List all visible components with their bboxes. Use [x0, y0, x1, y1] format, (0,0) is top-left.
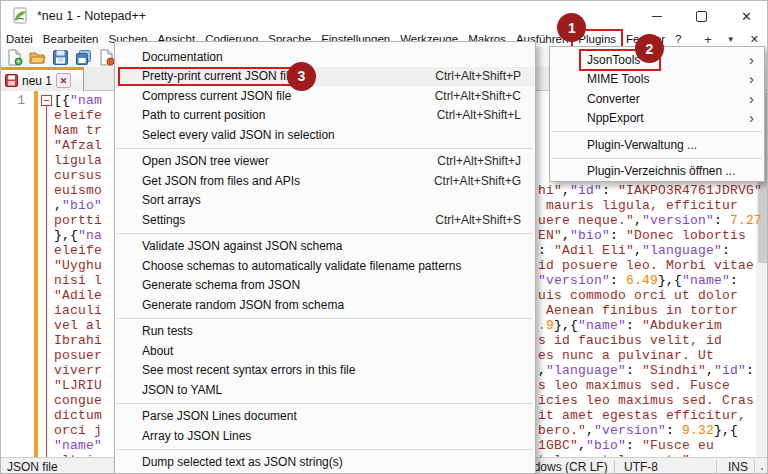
menu-separator	[117, 403, 533, 404]
editor-line: it amet egestas efficitur,	[538, 408, 746, 423]
new-file-icon[interactable]	[5, 48, 23, 66]
menubar-item-datei[interactable]: Datei	[1, 32, 38, 46]
menubar-item-bearbeiten[interactable]: Bearbeiten	[38, 32, 104, 46]
code-token: congue	[54, 393, 102, 408]
plugins-dropdown-menu: JsonTools›2MIME Tools›Converter›NppExpor…	[549, 46, 765, 182]
plugins-menu-item-plugin-verwaltung[interactable]: Plugin-Verwaltung ...	[550, 135, 764, 155]
code-token: Nam tr	[54, 123, 102, 138]
menu-separator	[117, 233, 533, 234]
close-tab-icon[interactable]: ✕	[750, 33, 759, 46]
menu-item-label: Generate random JSON from schema	[142, 298, 521, 312]
jsontools-item-settings[interactable]: SettingsCtrl+Alt+Shift+S	[115, 210, 535, 230]
editor-line: vel al	[54, 318, 102, 333]
annotation-badge-1: 1	[557, 13, 586, 42]
editor-line: orci j	[54, 423, 102, 438]
menu-item-label: Get JSON from files and APIs	[142, 174, 434, 188]
editor-line: dictum	[54, 408, 102, 423]
jsontools-item-pretty-print-current-json-file[interactable]: Pretty-print current JSON fileCtrl+Alt+S…	[115, 67, 535, 87]
plugins-menu-item-nppexport[interactable]: NppExport›	[550, 109, 764, 129]
tab-list-dropdown-icon[interactable]: ▼	[727, 35, 735, 44]
menu-item-label: Choose schemas to automatically validate…	[142, 259, 521, 273]
jsontools-item-see-most-recent-syntax-errors-in-this-file[interactable]: See most recent syntax errors in this fi…	[115, 361, 535, 381]
save-icon[interactable]	[51, 48, 69, 66]
code-token: "LJRIU	[54, 378, 102, 393]
plugins-menu-item-mime-tools[interactable]: MIME Tools›	[550, 70, 764, 90]
jsontools-item-json-to-yaml[interactable]: JSON to YAML	[115, 380, 535, 400]
jsontools-item-run-tests[interactable]: Run tests	[115, 322, 535, 342]
code-token: nisi l	[54, 273, 102, 288]
close-file-icon[interactable]	[97, 48, 115, 66]
code-token: id posuere leo. Morbi vitae	[538, 258, 754, 273]
jsontools-item-sort-arrays[interactable]: Sort arrays	[115, 191, 535, 211]
plugins-menu-item-converter[interactable]: Converter›	[550, 89, 764, 109]
editor-line: "version": 6.49},{"name":	[538, 273, 738, 288]
editor-line: viverr	[54, 363, 102, 378]
editor-line: bero.","version": 9.32},{	[538, 423, 738, 438]
code-token: "bio"	[62, 198, 102, 213]
resize-grip[interactable]	[760, 467, 766, 473]
minimize-icon[interactable]	[634, 1, 679, 31]
code-token: "version"	[538, 273, 610, 288]
menubar-item-plugins[interactable]: Plugins1	[573, 32, 621, 46]
save-all-icon[interactable]	[74, 48, 92, 66]
editor-line: iaculi	[54, 303, 102, 318]
close-icon[interactable]: ✕	[724, 1, 768, 31]
open-file-icon[interactable]	[28, 48, 46, 66]
jsontools-item-validate-json-against-json-schema[interactable]: Validate JSON against JSON schema	[115, 237, 535, 257]
code-token: Ibrahi	[54, 333, 102, 348]
jsontools-item-choose-schemas-to-automatically-validate-filename-patterns[interactable]: Choose schemas to automatically validate…	[115, 256, 535, 276]
new-tab-icon[interactable]: +	[704, 32, 712, 47]
jsontools-item-select-every-valid-json-in-selection[interactable]: Select every valid JSON in selection	[115, 125, 535, 145]
code-token: EN"	[538, 228, 562, 243]
maximize-icon[interactable]	[679, 1, 724, 31]
fold-collapse-icon[interactable]	[41, 95, 52, 106]
code-token: 7.27	[730, 213, 762, 228]
tab-neu-1[interactable]: neu 1 ✕	[1, 67, 84, 91]
editor-line: : "Adil Eli","language":	[538, 243, 730, 258]
plugins-menu-item-jsontools[interactable]: JsonTools›2	[550, 50, 764, 70]
menubar-item-?[interactable]: ?	[670, 32, 686, 46]
menu-separator	[117, 318, 533, 319]
code-token: hi"	[538, 183, 562, 198]
code-token: :	[722, 243, 730, 258]
jsontools-item-generate-schema-from-json[interactable]: Generate schema from JSON	[115, 276, 535, 296]
menu-item-label: Dump selected text as JSON string(s)	[142, 455, 521, 469]
jsontools-item-parse-json-lines-document[interactable]: Parse JSON Lines document	[115, 407, 535, 427]
jsontools-item-array-to-json-lines[interactable]: Array to JSON Lines	[115, 426, 535, 446]
menu-item-shortcut: Ctrl+Alt+Shift+G	[434, 174, 521, 188]
code-token: eleife	[54, 108, 102, 123]
code-token: },{	[54, 228, 78, 243]
jsontools-item-compress-current-json-file[interactable]: Compress current JSON fileCtrl+Alt+Shift…	[115, 86, 535, 106]
jsontools-item-path-to-current-position[interactable]: Path to current positionCtrl+Alt+Shift+L	[115, 106, 535, 126]
jsontools-item-get-json-from-files-and-apis[interactable]: Get JSON from files and APIsCtrl+Alt+Shi…	[115, 171, 535, 191]
code-token: "Abdukerim	[642, 318, 722, 333]
code-token: ,	[538, 363, 546, 378]
editor-line: s id faucibus velit, id	[538, 333, 722, 348]
jsontools-item-documentation[interactable]: Documentation	[115, 47, 535, 67]
code-token: ,	[578, 438, 586, 453]
code-token: :	[538, 243, 554, 258]
code-token: "bio"	[570, 228, 610, 243]
menu-item-shortcut: Ctrl+Alt+Shift+C	[435, 89, 521, 103]
code-token: :	[666, 423, 682, 438]
menu-item-label: Generate schema from JSON	[142, 278, 521, 292]
editor-line: mauris ligula, efficitur	[538, 198, 738, 213]
jsontools-item-dump-selected-text-as-json-string-s[interactable]: Dump selected text as JSON string(s)	[115, 453, 535, 473]
code-token: ,	[54, 198, 62, 213]
code-token: 1GBC"	[538, 438, 578, 453]
tab-close-icon[interactable]: ✕	[56, 73, 71, 88]
code-token: eleife	[54, 243, 102, 258]
jsontools-item-about[interactable]: About	[115, 341, 535, 361]
editor-line: nisi l	[54, 273, 102, 288]
code-token: [{	[54, 93, 70, 108]
status-divider	[716, 460, 717, 473]
jsontools-item-generate-random-json-from-schema[interactable]: Generate random JSON from schema	[115, 295, 535, 315]
menu-item-label: NppExport	[587, 111, 749, 125]
jsontools-item-open-json-tree-viewer[interactable]: Open JSON tree viewerCtrl+Alt+Shift+J	[115, 152, 535, 172]
editor-line: ligula	[54, 153, 102, 168]
tab-label: neu 1	[22, 74, 52, 88]
code-token: ,	[706, 363, 714, 378]
notepad-plus-plus-window: *neu 1 - Notepad++ ✕ DateiBearbeitenSuch…	[0, 0, 768, 474]
plugins-menu-item-plugin-verzeichnis-ffnen[interactable]: Plugin-Verzeichnis öffnen ...	[550, 162, 764, 182]
code-token: 6.49	[626, 273, 658, 288]
